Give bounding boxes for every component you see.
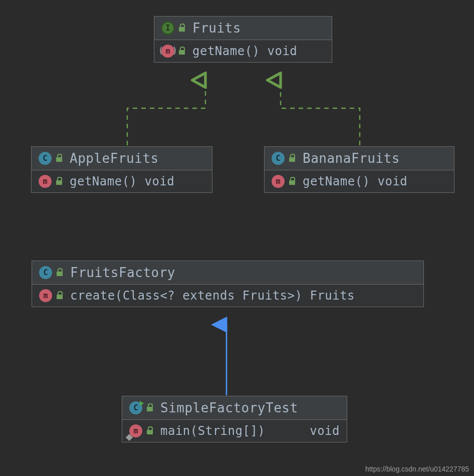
method-row: m getName() void (32, 170, 212, 192)
class-header: I Fruits (154, 17, 332, 40)
method-icon: m (39, 289, 52, 302)
method-signature: main(String[]) (160, 424, 265, 438)
interface-icon: I (161, 22, 174, 35)
lock-icon (56, 269, 63, 276)
class-fruits-factory: C FruitsFactory m create(Class<? extends… (32, 261, 424, 307)
class-header: C AppleFruits (32, 147, 212, 170)
method-signature: getName() void (192, 44, 297, 58)
uml-diagram: I Fruits m getName() void C AppleFruits … (0, 0, 474, 476)
method-signature: create(Class<? extends Fruits>) Fruits (70, 289, 355, 303)
method-row: m create(Class<? extends Fruits>) Fruits (32, 284, 423, 307)
lock-icon (56, 292, 63, 299)
class-header: C SimpleFactoryTest (122, 396, 347, 419)
method-signature: getName() void (303, 174, 407, 188)
class-header: C BananaFruits (265, 147, 454, 170)
method-signature: getName() void (70, 174, 174, 188)
banana-implements-fruits (281, 80, 360, 145)
lock-icon (178, 48, 185, 55)
lock-icon (146, 404, 153, 411)
lock-icon (289, 155, 296, 162)
lock-icon (56, 155, 63, 162)
class-name: SimpleFactoryTest (160, 400, 298, 415)
lock-icon (289, 178, 296, 185)
class-icon: C (39, 152, 52, 165)
class-icon: C (272, 152, 285, 165)
class-name: BananaFruits (303, 151, 400, 166)
class-icon: C (39, 266, 52, 279)
method-row: m getName() void (265, 170, 454, 192)
method-icon: m (161, 45, 174, 58)
class-header: C FruitsFactory (32, 261, 423, 284)
watermark: https://blog.csdn.net/u014227785 (365, 465, 469, 473)
method-return: void (310, 424, 340, 438)
lock-icon (56, 178, 63, 185)
runnable-class-icon: C (129, 401, 142, 414)
method-row: m getName() void (154, 40, 332, 62)
class-simple-factory-test: C SimpleFactoryTest m main(String[]) voi… (122, 396, 347, 442)
class-name: Fruits (192, 21, 241, 36)
class-fruits: I Fruits m getName() void (154, 16, 332, 63)
class-name: AppleFruits (70, 151, 159, 166)
method-icon: m (272, 175, 285, 188)
static-method-icon: m (129, 424, 142, 437)
apple-implements-fruits (127, 80, 205, 145)
lock-icon (146, 427, 153, 434)
method-row: m main(String[]) void (122, 419, 347, 442)
class-banana-fruits: C BananaFruits m getName() void (264, 146, 454, 193)
method-icon: m (39, 175, 52, 188)
class-apple-fruits: C AppleFruits m getName() void (31, 146, 212, 193)
lock-icon (178, 25, 185, 32)
class-name: FruitsFactory (70, 265, 175, 280)
